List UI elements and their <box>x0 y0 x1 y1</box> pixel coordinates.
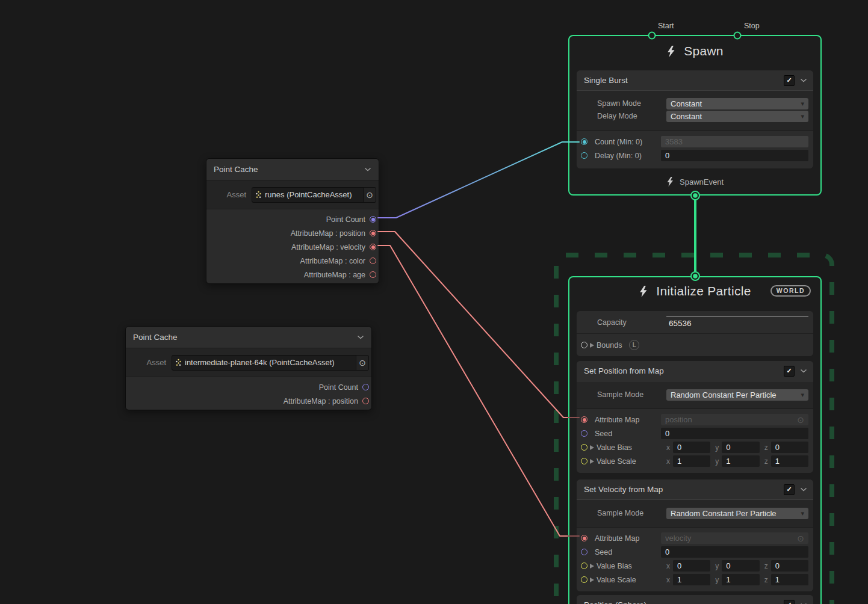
value-scale-input-port[interactable] <box>581 576 587 583</box>
attributemap-velocity-output-port[interactable] <box>370 244 376 250</box>
single-burst-title: Single Burst <box>584 76 628 85</box>
attributemap-position-output-port[interactable] <box>370 230 376 236</box>
local-space-badge[interactable]: L <box>629 340 639 350</box>
value-bias-input-port[interactable] <box>581 444 587 451</box>
value-scale-input-port[interactable] <box>581 458 587 464</box>
asset-value: runes (PointCacheAsset) <box>262 190 363 199</box>
output-row: AttributeMap : position <box>126 394 371 408</box>
pointcache-asset-icon <box>252 191 262 199</box>
value-scale-y-field[interactable]: 1 <box>722 455 759 467</box>
spawn-event-output-row: SpawnEvent <box>569 177 820 186</box>
delay-input-port[interactable] <box>581 152 587 159</box>
point-count-output-port[interactable] <box>370 216 376 223</box>
foldout-arrow-icon[interactable] <box>590 564 594 569</box>
attributemap-position-output-label: AttributeMap : position <box>291 229 365 238</box>
value-bias-y-field[interactable]: 0 <box>722 442 759 453</box>
position-sphere-block[interactable]: Position (Sphere) ✓ <box>577 595 813 604</box>
spawn-mode-dropdown[interactable]: Constant ▾ <box>666 98 808 109</box>
point-count-output-port[interactable] <box>362 384 369 390</box>
output-row: AttributeMap : velocity <box>206 240 379 254</box>
set-velocity-from-map-block[interactable]: Set Velocity from Map ✓ Sample Mode Rand… <box>577 479 813 591</box>
seed-label: Seed <box>595 548 661 556</box>
wire-velocity-to-attributemap[interactable] <box>378 245 568 536</box>
foldout-arrow-icon[interactable] <box>590 459 594 464</box>
foldout-arrow-icon[interactable] <box>590 578 594 582</box>
seed-value-field[interactable]: 0 <box>661 428 808 439</box>
point-cache-planet-header[interactable]: Point Cache <box>126 327 371 348</box>
object-picker-icon[interactable]: ⊙ <box>356 356 368 370</box>
attributemap-age-output-port[interactable] <box>370 271 376 278</box>
asset-object-field[interactable]: runes (PointCacheAsset) ⊙ <box>252 187 376 203</box>
single-burst-enabled-checkbox[interactable]: ✓ <box>784 75 795 86</box>
attribute-map-input-port[interactable] <box>581 535 587 541</box>
point-cache-planet-node[interactable]: Point Cache Asset intermediate-planet-64… <box>125 326 372 410</box>
asset-value: intermediate-planet-64k (PointCacheAsset… <box>182 358 356 367</box>
object-picker-icon[interactable]: ⊙ <box>363 188 376 202</box>
chevron-down-icon[interactable] <box>357 335 364 339</box>
vfx-graph-canvas[interactable]: Start Stop Spawn Single Burst ✓ Spawn Mo… <box>0 0 868 604</box>
value-bias-x-field[interactable]: 0 <box>673 442 710 453</box>
value-bias-y-field[interactable]: 0 <box>722 560 759 572</box>
value-bias-x-field[interactable]: 0 <box>673 560 710 572</box>
sample-mode-dropdown[interactable]: Random Constant Per Particle ▾ <box>666 389 808 401</box>
point-cache-runes-node[interactable]: Point Cache Asset runes (PointCacheAsset… <box>206 158 379 284</box>
attribute-map-value-field[interactable]: position ⊙ <box>661 414 808 425</box>
attributemap-position-output-port[interactable] <box>362 398 369 404</box>
foldout-arrow-icon[interactable] <box>590 343 594 348</box>
chevron-down-icon[interactable] <box>800 487 807 492</box>
spawn-node-titlebar[interactable]: Spawn <box>569 36 820 66</box>
spawn-event-output-label: SpawnEvent <box>680 177 724 186</box>
value-scale-y-field[interactable]: 1 <box>722 574 759 585</box>
object-picker-icon[interactable]: ⊙ <box>797 415 804 425</box>
attribute-map-input-port[interactable] <box>581 416 587 423</box>
wire-pointcount-to-count[interactable] <box>378 142 579 218</box>
attribute-map-value-field[interactable]: velocity ⊙ <box>661 532 808 544</box>
set-position-from-map-block[interactable]: Set Position from Map ✓ Sample Mode Rand… <box>577 361 813 473</box>
count-value-field[interactable]: 3583 <box>661 136 808 147</box>
chevron-down-icon[interactable] <box>364 167 371 171</box>
value-bias-z-field[interactable]: 0 <box>771 560 808 572</box>
count-input-port[interactable] <box>581 138 587 145</box>
seed-value-field[interactable]: 0 <box>661 546 808 558</box>
object-picker-icon[interactable]: ⊙ <box>797 534 804 543</box>
position-sphere-enabled-checkbox[interactable]: ✓ <box>784 600 795 604</box>
foldout-arrow-icon[interactable] <box>590 445 594 450</box>
asset-label: Asset <box>206 190 252 199</box>
bounds-input-port[interactable] <box>581 342 587 348</box>
output-row: AttributeMap : age <box>206 268 379 282</box>
wire-position-to-attributemap[interactable] <box>378 232 568 418</box>
chevron-down-icon[interactable] <box>800 78 807 82</box>
set-position-title: Set Position from Map <box>584 366 664 375</box>
value-bias-input-port[interactable] <box>581 562 587 569</box>
point-cache-runes-header[interactable]: Point Cache <box>206 159 379 180</box>
set-velocity-title: Set Velocity from Map <box>584 485 663 494</box>
value-scale-z-field[interactable]: 1 <box>771 574 808 585</box>
asset-object-field[interactable]: intermediate-planet-64k (PointCacheAsset… <box>172 355 369 371</box>
seed-input-port[interactable] <box>581 549 587 555</box>
initialize-particle-context-node[interactable]: Initialize Particle WORLD Capacity 65536… <box>568 276 822 604</box>
capacity-label: Capacity <box>597 318 666 327</box>
single-burst-block[interactable]: Single Burst ✓ Spawn Mode Constant ▾ Del… <box>577 70 813 168</box>
set-velocity-enabled-checkbox[interactable]: ✓ <box>784 484 795 495</box>
delay-value-field[interactable]: 0 <box>661 150 808 161</box>
value-scale-x-field[interactable]: 1 <box>673 574 710 585</box>
output-row: Point Count <box>206 212 379 226</box>
value-bias-z-field[interactable]: 0 <box>771 442 808 453</box>
output-row: AttributeMap : position <box>206 226 379 240</box>
sample-mode-label: Sample Mode <box>597 509 666 517</box>
delay-mode-dropdown[interactable]: Constant ▾ <box>666 111 808 122</box>
value-scale-z-field[interactable]: 1 <box>771 455 808 467</box>
spawn-context-node[interactable]: Spawn Single Burst ✓ Spawn Mode Constant… <box>568 35 822 196</box>
seed-input-port[interactable] <box>581 430 587 437</box>
chevron-down-icon[interactable] <box>800 369 807 373</box>
point-count-output-label: Point Count <box>319 383 358 392</box>
attributemap-color-output-port[interactable] <box>370 257 376 264</box>
sample-mode-dropdown[interactable]: Random Constant Per Particle ▾ <box>666 508 808 519</box>
attribute-map-value: velocity <box>665 534 691 543</box>
world-space-badge[interactable]: WORLD <box>770 285 811 297</box>
lightning-bolt-icon <box>666 177 674 186</box>
value-scale-x-field[interactable]: 1 <box>673 455 710 467</box>
capacity-value-field[interactable]: 65536 <box>666 316 808 328</box>
set-position-enabled-checkbox[interactable]: ✓ <box>784 366 795 377</box>
spawn-stop-port-label: Stop <box>744 22 760 30</box>
